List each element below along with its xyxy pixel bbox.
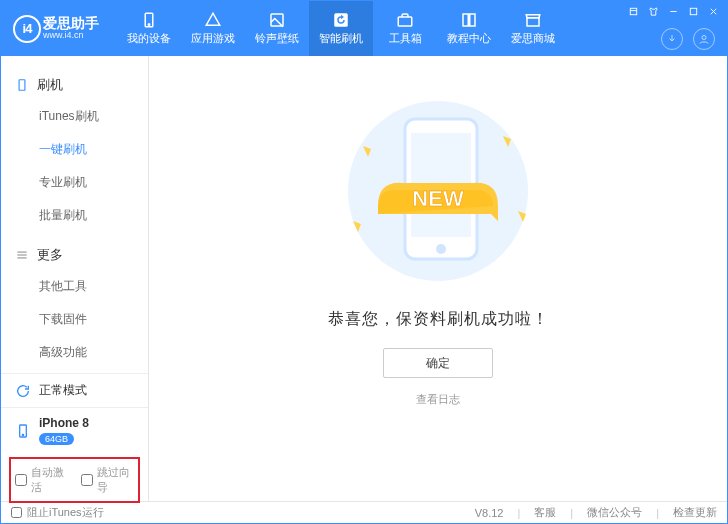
window-controls: [627, 5, 719, 17]
sidebar-group-more: 更多: [1, 240, 148, 270]
logo-name: 爱思助手: [43, 16, 99, 31]
device-info[interactable]: iPhone 8 64GB: [1, 407, 148, 453]
sidebar-item-oneclick[interactable]: 一键刷机: [1, 133, 148, 166]
close-icon[interactable]: [707, 5, 719, 17]
sidebar-group-flash: 刷机: [1, 70, 148, 100]
nav-apps[interactable]: 应用游戏: [181, 1, 245, 56]
menu-icon[interactable]: [627, 5, 639, 17]
menu-lines-icon: [15, 248, 29, 262]
nav-tutorials[interactable]: 教程中心: [437, 1, 501, 56]
logo-badge-icon: i4: [13, 15, 41, 43]
user-button[interactable]: [693, 28, 715, 50]
phone-icon: [140, 11, 158, 29]
activation-options: 自动激活 跳过向导: [9, 457, 140, 503]
sidebar-item-batch[interactable]: 批量刷机: [1, 199, 148, 232]
block-itunes-checkbox[interactable]: 阻止iTunes运行: [11, 505, 104, 520]
sidebar-item-firmware[interactable]: 下载固件: [1, 303, 148, 336]
sync-icon: [15, 383, 31, 399]
svg-text:NEW: NEW: [412, 186, 464, 211]
app-logo: i4 爱思助手 www.i4.cn: [13, 15, 99, 43]
ok-button[interactable]: 确定: [383, 348, 493, 378]
support-link[interactable]: 客服: [534, 505, 556, 520]
sidebar: 刷机 iTunes刷机 一键刷机 专业刷机 批量刷机 更多 其他工具 下载固件 …: [1, 56, 149, 501]
wechat-link[interactable]: 微信公众号: [587, 505, 642, 520]
sidebar-item-pro[interactable]: 专业刷机: [1, 166, 148, 199]
success-title: 恭喜您，保资料刷机成功啦！: [328, 309, 549, 330]
title-bar: i4 爱思助手 www.i4.cn 我的设备 应用游戏 铃声壁纸 智能刷机 工具…: [1, 1, 727, 56]
success-illustration: NEW: [323, 91, 553, 291]
svg-point-10: [702, 36, 706, 40]
skip-wizard-checkbox[interactable]: 跳过向导: [81, 465, 135, 495]
view-log-link[interactable]: 查看日志: [416, 392, 460, 407]
svg-point-24: [436, 244, 446, 254]
svg-rect-11: [19, 80, 25, 91]
device-mode[interactable]: 正常模式: [1, 373, 148, 407]
minimize-icon[interactable]: [667, 5, 679, 17]
book-icon: [460, 11, 478, 29]
svg-point-16: [22, 434, 23, 435]
wallpaper-icon: [268, 11, 286, 29]
apps-icon: [204, 11, 222, 29]
sidebar-item-other[interactable]: 其他工具: [1, 270, 148, 303]
download-button[interactable]: [661, 28, 683, 50]
svg-rect-5: [630, 8, 636, 14]
svg-rect-7: [690, 8, 696, 14]
sidebar-item-advanced[interactable]: 高级功能: [1, 336, 148, 369]
nav-store[interactable]: 爱思商城: [501, 1, 565, 56]
store-icon: [524, 11, 542, 29]
main-panel: NEW 恭喜您，保资料刷机成功啦！ 确定 查看日志: [149, 56, 727, 501]
update-link[interactable]: 检查更新: [673, 505, 717, 520]
device-name: iPhone 8: [39, 416, 89, 430]
nav-my-device[interactable]: 我的设备: [117, 1, 181, 56]
phone-outline-icon: [15, 78, 29, 92]
logo-url: www.i4.cn: [43, 31, 99, 41]
refresh-icon: [332, 11, 350, 29]
user-controls: [661, 28, 715, 50]
nav-toolbox[interactable]: 工具箱: [373, 1, 437, 56]
nav-flash[interactable]: 智能刷机: [309, 1, 373, 56]
maximize-icon[interactable]: [687, 5, 699, 17]
skin-icon[interactable]: [647, 5, 659, 17]
storage-badge: 64GB: [39, 433, 74, 445]
device-phone-icon: [15, 423, 31, 439]
svg-rect-4: [398, 17, 412, 26]
auto-activate-checkbox[interactable]: 自动激活: [15, 465, 69, 495]
toolbox-icon: [396, 11, 414, 29]
version-label: V8.12: [475, 507, 504, 519]
svg-point-1: [148, 24, 150, 26]
top-nav: 我的设备 应用游戏 铃声壁纸 智能刷机 工具箱 教程中心 爱思商城: [117, 1, 565, 56]
nav-ringtone[interactable]: 铃声壁纸: [245, 1, 309, 56]
sidebar-item-itunes[interactable]: iTunes刷机: [1, 100, 148, 133]
